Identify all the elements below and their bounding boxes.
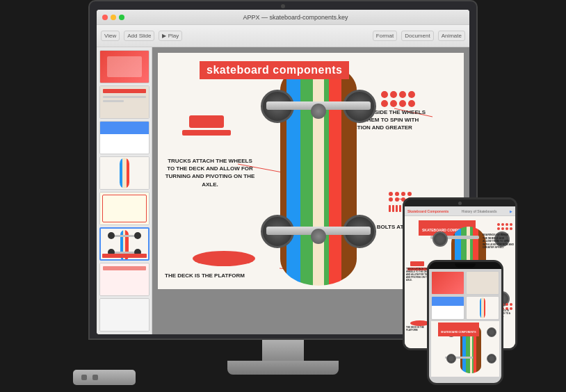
truck-base [182, 130, 231, 136]
play-button[interactable]: ▶ Play [159, 31, 182, 41]
mac-mini-port-1 [81, 375, 87, 380]
iphone-slide-mini-4[interactable] [466, 296, 499, 320]
minimize-button[interactable] [111, 15, 116, 20]
document-button[interactable]: Document [401, 31, 433, 41]
screw-dot [407, 192, 412, 196]
iphone-notch [429, 262, 501, 269]
iphone-screen: SKATEBOARD COMPONENTS [429, 269, 501, 383]
kingpin-bottom [311, 229, 326, 244]
iphone-slide-mini-2[interactable] [466, 271, 499, 295]
ipad-camera-bar [405, 199, 515, 206]
ipad-bearing-dot [506, 227, 508, 230]
screw-dot [401, 192, 405, 196]
iphone-notch-cutout [455, 263, 476, 268]
skateboard-assembly [280, 63, 357, 289]
ipad-truck-shape [410, 261, 424, 266]
iphone-active-slide: SKATEBOARD COMPONENTS [431, 321, 499, 377]
format-button[interactable]: Format [373, 31, 397, 41]
trucks-callout: TRUCKS ATTACH THE WHEELS TO THE DECK AND… [165, 157, 255, 188]
iphone-slide-row-1 [431, 271, 499, 295]
iphone-slide-title-box: SKATEBOARD COMPONENTS [438, 322, 479, 336]
view-button[interactable]: View [101, 31, 120, 41]
iphone-wheel-br [487, 354, 496, 364]
bearing-dot [390, 91, 397, 98]
screw-dot [395, 197, 399, 202]
bearing-dot [399, 100, 406, 107]
ipad-nav-label: History of Skateboards [451, 209, 508, 213]
ipad-app-title: Skateboard Components [407, 209, 448, 213]
slide-thumb-1[interactable] [99, 50, 149, 83]
truck-shape [189, 115, 224, 128]
ipad-bearing-dot [510, 227, 512, 230]
iphone-slide-row-2 [431, 296, 499, 320]
titlebar: APPX — skateboard-components.key [97, 10, 469, 25]
animate-button[interactable]: Animate [438, 31, 465, 41]
iphone-wheel-bl [446, 354, 456, 364]
mac-mini [73, 370, 136, 385]
slide-thumb-6-active[interactable] [99, 227, 149, 261]
screw-dot [389, 192, 393, 196]
ipad-titlebar: Skateboard Components History of Skatebo… [405, 206, 515, 216]
bearing-dot [399, 91, 406, 98]
ipad-bearing-dot [497, 227, 500, 230]
ipad-bearings-text: BEARINGS FIT INSIDE THE WHEELS AND ALLOW… [483, 234, 514, 250]
ipad-bearing-dot [497, 223, 500, 226]
monitor-stand-base [227, 361, 339, 375]
ipad-bearing-dot [501, 227, 504, 230]
slide-panel [97, 47, 152, 334]
ipad-bearing-dot [501, 223, 504, 226]
ipad-bearing-dot [506, 223, 508, 226]
add-slide-button[interactable]: Add Slide [124, 31, 154, 41]
screw-dot [395, 192, 399, 196]
window-title: APPX — skateboard-components.key [127, 14, 464, 21]
close-button[interactable] [102, 15, 108, 20]
ipad-camera [458, 202, 462, 205]
screw-dot [389, 197, 393, 202]
slide-thumb-7[interactable] [99, 263, 149, 296]
slide-title-box: skateboard components [200, 61, 349, 79]
maximize-button[interactable] [119, 15, 124, 20]
truck-icon [182, 115, 231, 136]
monitor-stand-neck [262, 340, 304, 361]
bearing-dot [381, 100, 388, 107]
slide-thumb-2[interactable] [99, 85, 149, 119]
slide-thumb-8[interactable] [99, 298, 149, 332]
kingpin-top [311, 104, 326, 119]
slide-title: skateboard components [207, 64, 342, 76]
slide-thumb-4[interactable] [99, 156, 149, 190]
slide-thumb-3[interactable] [99, 121, 149, 154]
ipad-bearing-dot [510, 223, 512, 226]
iphone-panel: SKATEBOARD COMPONENTS [429, 269, 501, 383]
iphone-slide-mini-3[interactable] [431, 296, 464, 320]
bearing-dot [408, 100, 415, 107]
iphone-slide-title: SKATEBOARD COMPONENTS [441, 331, 476, 334]
toolbar: View Add Slide ▶ Play Format Document An… [97, 25, 469, 47]
ipad-bearing-dots [497, 223, 512, 230]
iphone-slide-mini-1[interactable] [431, 271, 464, 295]
deck-icon [193, 251, 255, 266]
iphone-wheel-tr [487, 327, 496, 337]
deck-callout: THE DECK IS THE PLATFORM [165, 272, 248, 279]
ipad-play-icon: ▶ [510, 209, 512, 213]
ipad-wheel-tl [432, 231, 448, 247]
mac-mini-port-2 [92, 375, 98, 380]
bearing-dots [381, 91, 415, 107]
iphone[interactable]: SKATEBOARD COMPONENTS [427, 260, 503, 385]
monitor-camera [281, 4, 285, 8]
slide-thumb-5[interactable] [99, 192, 149, 225]
bearing-dot [390, 100, 397, 107]
bearing-dot [381, 91, 388, 98]
bearing-dot [408, 91, 415, 98]
